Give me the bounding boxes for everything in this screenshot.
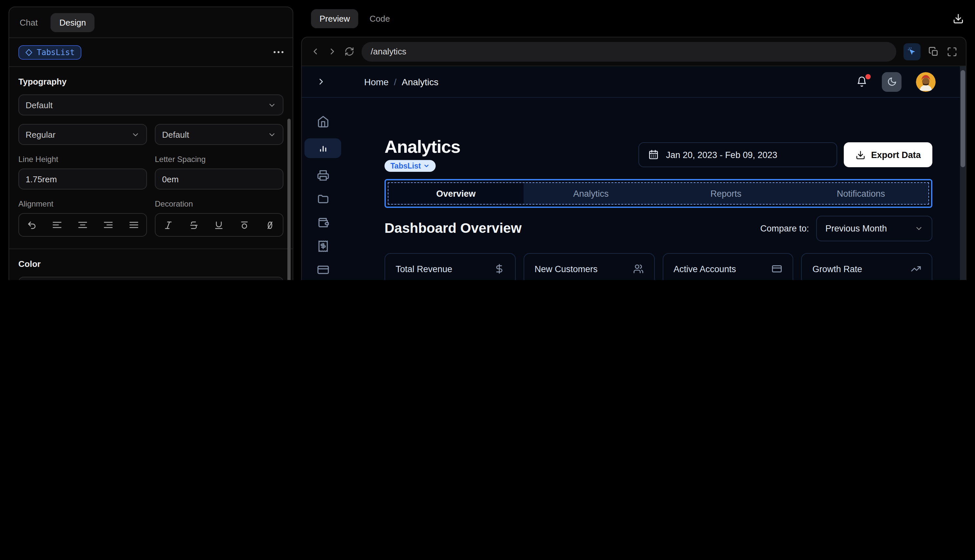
undo-icon[interactable] bbox=[24, 217, 40, 233]
dashboard-tabs: Overview Analytics Reports Notifications bbox=[388, 182, 929, 205]
nav-printer-icon[interactable] bbox=[304, 168, 341, 182]
letter-spacing-field[interactable] bbox=[155, 168, 284, 190]
breadcrumb-home[interactable]: Home bbox=[364, 77, 389, 87]
refresh-icon[interactable] bbox=[344, 47, 354, 57]
line-height-label: Line Height bbox=[18, 155, 147, 164]
align-justify-icon[interactable] bbox=[126, 217, 141, 233]
stat-card-total-revenue: Total Revenue $45,231.89 +20.1% from las… bbox=[384, 253, 516, 280]
notifications-bell[interactable] bbox=[856, 76, 867, 87]
font-family-select[interactable]: Default bbox=[18, 95, 284, 115]
diamond-icon bbox=[25, 48, 33, 56]
decoration-label: Decoration bbox=[155, 199, 284, 208]
users-icon bbox=[633, 263, 643, 274]
preview-tabbar: Preview Code bbox=[311, 9, 390, 28]
letter-spacing-label: Letter Spacing bbox=[155, 155, 284, 164]
download-icon[interactable] bbox=[953, 13, 964, 24]
user-avatar[interactable] bbox=[916, 72, 936, 92]
nav-credit-card-icon[interactable] bbox=[304, 263, 341, 276]
color-label: Color bbox=[18, 259, 284, 269]
viewport-scrollbar-thumb[interactable] bbox=[960, 70, 965, 167]
page-title: Analytics bbox=[384, 137, 460, 157]
align-left-icon[interactable] bbox=[49, 217, 65, 233]
inspect-cursor-icon[interactable] bbox=[903, 43, 920, 60]
align-right-icon[interactable] bbox=[100, 217, 116, 233]
sidebar-toggle-icon[interactable] bbox=[316, 77, 326, 87]
viewport-scrollbar[interactable] bbox=[960, 66, 966, 280]
alignment-group bbox=[18, 213, 147, 237]
chevron-down-icon bbox=[915, 224, 923, 232]
theme-toggle[interactable] bbox=[882, 72, 902, 92]
sidebar-scrollbar[interactable] bbox=[287, 119, 290, 280]
typography-section: Typography Default Regular Default Line … bbox=[9, 67, 293, 249]
app-header: Home / Analytics bbox=[302, 66, 966, 98]
calendar-icon bbox=[648, 150, 659, 160]
line-height-input[interactable] bbox=[26, 174, 140, 184]
selected-component-chip[interactable]: TabsList bbox=[18, 45, 81, 59]
date-range-picker[interactable]: Jan 20, 2023 - Feb 09, 2023 bbox=[638, 142, 837, 167]
nav-receipt-icon[interactable] bbox=[304, 239, 341, 252]
download-icon bbox=[855, 150, 865, 160]
breadcrumb: Home / Analytics bbox=[364, 77, 439, 87]
stat-card-growth-rate: Growth Rate 18.6% +5.4% from last month … bbox=[801, 253, 933, 280]
compare-label: Compare to: bbox=[760, 223, 809, 233]
chevron-down-icon bbox=[268, 101, 276, 109]
tab-notifications[interactable]: Notifications bbox=[793, 183, 929, 204]
breadcrumb-current: Analytics bbox=[402, 77, 439, 87]
trending-up-icon bbox=[911, 263, 921, 274]
app-icon-rail bbox=[302, 98, 344, 280]
compare-select[interactable]: Previous Month bbox=[816, 215, 932, 241]
more-options-icon[interactable] bbox=[274, 51, 284, 53]
nav-folder-icon[interactable] bbox=[304, 192, 341, 205]
tab-chat[interactable]: Chat bbox=[20, 17, 38, 27]
v0-app: Chat Design TabsList Typography Default … bbox=[0, 0, 975, 280]
copy-icon[interactable] bbox=[928, 46, 939, 57]
line-height-field[interactable] bbox=[18, 168, 147, 190]
design-sidebar: Chat Design TabsList Typography Default … bbox=[8, 7, 293, 280]
strikethrough-icon[interactable] bbox=[186, 217, 202, 233]
chevron-down-icon bbox=[424, 163, 430, 169]
back-icon[interactable] bbox=[311, 47, 320, 57]
title-component-chip[interactable]: TabsList bbox=[384, 160, 436, 172]
stat-card-new-customers: New Customers 2,350 +180.1% from last mo… bbox=[524, 253, 655, 280]
dashboard-main: Analytics TabsList Jan 20, 2023 - Feb 09… bbox=[384, 98, 932, 280]
url-input[interactable]: /analytics bbox=[362, 42, 896, 61]
italic-icon[interactable] bbox=[160, 217, 176, 233]
section-title: Dashboard Overview bbox=[384, 220, 522, 236]
browser-bar: /analytics bbox=[302, 37, 966, 66]
tab-preview[interactable]: Preview bbox=[311, 9, 359, 28]
notification-dot bbox=[865, 74, 871, 79]
fullscreen-icon[interactable] bbox=[947, 46, 957, 57]
color-select[interactable]: Default bbox=[18, 277, 284, 280]
decoration-group bbox=[155, 213, 284, 237]
export-data-button[interactable]: Export Data bbox=[844, 142, 932, 167]
preview-frame: /analytics Home / Analytics bbox=[301, 37, 967, 280]
tab-overview[interactable]: Overview bbox=[389, 183, 524, 204]
nav-home-icon[interactable] bbox=[304, 115, 341, 128]
underline-icon[interactable] bbox=[211, 217, 227, 233]
font-size-select[interactable]: Default bbox=[155, 124, 284, 145]
align-center-icon[interactable] bbox=[75, 217, 90, 233]
credit-card-icon bbox=[772, 263, 783, 274]
stat-cards: Total Revenue $45,231.89 +20.1% from las… bbox=[384, 253, 932, 280]
tab-reports[interactable]: Reports bbox=[658, 183, 793, 204]
overline-icon[interactable] bbox=[237, 217, 253, 233]
alignment-label: Alignment bbox=[18, 199, 147, 208]
chevron-down-icon bbox=[268, 130, 276, 139]
selected-tabslist-frame: Overview Analytics Reports Notifications bbox=[384, 179, 932, 208]
stat-card-active-accounts: Active Accounts 12,234 +19% from last mo… bbox=[662, 253, 793, 280]
tab-analytics[interactable]: Analytics bbox=[524, 183, 659, 204]
app-viewport: Home / Analytics bbox=[302, 66, 966, 280]
letter-spacing-input[interactable] bbox=[162, 174, 276, 184]
no-decoration-icon[interactable] bbox=[262, 217, 278, 233]
nav-analytics-icon[interactable] bbox=[304, 138, 341, 158]
selected-component-row: TabsList bbox=[9, 38, 293, 67]
moon-icon bbox=[887, 77, 897, 87]
nav-wallet-icon[interactable] bbox=[304, 216, 341, 229]
tab-code[interactable]: Code bbox=[370, 14, 390, 23]
sidebar-tabbar: Chat Design bbox=[9, 7, 293, 38]
forward-icon[interactable] bbox=[327, 47, 337, 57]
color-section: Color Default bbox=[9, 249, 293, 280]
font-weight-select[interactable]: Regular bbox=[18, 124, 147, 145]
chevron-down-icon bbox=[131, 130, 140, 139]
tab-design[interactable]: Design bbox=[51, 13, 95, 32]
